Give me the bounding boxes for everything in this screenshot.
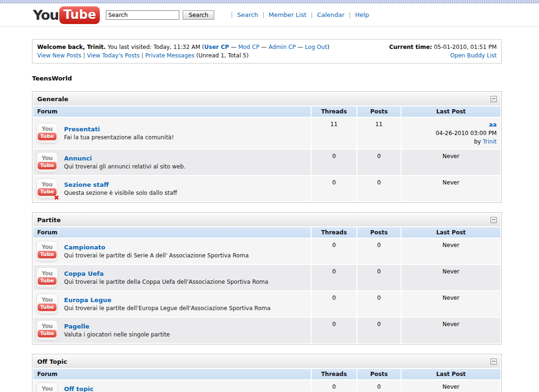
icon-you-text: You: [42, 386, 53, 392]
last-post-thread-link[interactable]: aa: [489, 121, 497, 128]
pipe-separator: |: [141, 52, 143, 59]
forum-description: Qui troverai le partite della Coppa Uefa…: [64, 279, 268, 285]
site-header: You Tube Search | Search | Member List |…: [0, 3, 539, 27]
collapse-toggle-icon[interactable]: −: [491, 359, 497, 365]
welcome-left: Welcome back, Trinit. You last visited: …: [37, 43, 330, 60]
posts-count: 0: [357, 265, 401, 290]
last-post-by-label: by: [474, 138, 483, 145]
column-header-last-post: Last Post: [402, 369, 500, 379]
last-post-never: Never: [405, 179, 497, 186]
dash-separator: —: [296, 44, 305, 50]
threads-count: 0: [312, 291, 356, 317]
last-post-cell: Never: [402, 150, 500, 175]
nav-separator: |: [311, 11, 313, 18]
top-accent-bar: [0, 0, 539, 3]
mod-cp-link[interactable]: Mod CP: [238, 44, 259, 50]
dash-separator: —: [229, 44, 239, 50]
forum-description: Qui troverai gli annunci relativi al sit…: [64, 163, 185, 170]
posts-count: 0: [357, 239, 401, 264]
posts-count: 11: [357, 118, 401, 149]
icon-you-text: You: [42, 155, 53, 161]
log-out-link[interactable]: Log Out: [305, 44, 327, 50]
category-title: Generale: [37, 96, 68, 103]
private-messages-link[interactable]: Private Messages: [145, 52, 194, 59]
forum-description: Qui troverai le partite di Serie A dell'…: [64, 252, 249, 259]
open-buddy-list-link[interactable]: Open Buddy List: [450, 52, 497, 59]
view-todays-posts-link[interactable]: View Today's Posts: [87, 52, 140, 59]
nav-link-search[interactable]: Search: [237, 11, 258, 18]
youtube-forum-icon: You Tube: [36, 294, 58, 314]
search-input[interactable]: [106, 10, 179, 20]
posts-count: 0: [357, 380, 401, 392]
view-new-posts-link[interactable]: View New Posts: [37, 52, 81, 59]
welcome-greeting: Welcome back, Trinit.: [37, 44, 106, 50]
forum-link-presentati[interactable]: Presentati: [64, 126, 100, 133]
column-header-threads: Threads: [312, 227, 356, 238]
forum-row: You Tube Off topic Qui puoi parlare di t…: [33, 380, 500, 392]
column-header-forum: Forum: [33, 369, 311, 379]
forum-description: Questa sezione è visibile solo dallo sta…: [64, 190, 177, 196]
forum-row: You Tube Campionato Qui troverai le part…: [33, 239, 500, 264]
welcome-line2: View New Posts|View Today's Posts|Privat…: [37, 51, 330, 60]
nav-link-member-list[interactable]: Member List: [269, 11, 306, 18]
forum-row: You Tube Presentati Fai la tua presentaz…: [33, 118, 500, 149]
welcome-right: Current time: 05-01-2010, 01:51 PM Open …: [389, 43, 497, 60]
threads-count: 0: [312, 380, 356, 392]
column-header-last-post: Last Post: [402, 227, 500, 238]
forum-link-europa-legue[interactable]: Europa Legue: [64, 296, 112, 304]
current-time-line: Current time: 05-01-2010, 01:51 PM: [389, 43, 497, 51]
last-post-never: Never: [405, 383, 497, 390]
forum-link-campionato[interactable]: Campionato: [64, 244, 105, 251]
threads-count: 11: [312, 118, 356, 149]
icon-you-text: You: [42, 323, 53, 329]
welcome-panel: Welcome back, Trinit. You last visited: …: [32, 39, 502, 64]
forum-row: You Tube Annunci Qui troverai gli annunc…: [33, 150, 500, 175]
forum-link-off-topic[interactable]: Off topic: [64, 385, 94, 392]
icon-you-text: You: [42, 126, 53, 132]
last-visited-text: You last visited: Today, 11:32 AM (: [106, 44, 204, 50]
icon-tube-text: Tube: [38, 162, 56, 169]
youtube-forum-icon: You Tube: [36, 383, 58, 392]
threads-count: 0: [312, 150, 356, 175]
nav-link-help[interactable]: Help: [355, 11, 369, 18]
threads-count: 0: [312, 176, 356, 201]
logo-tube-text: Tube: [59, 6, 100, 24]
icon-tube-text: Tube: [38, 277, 56, 285]
icon-you-text: You: [42, 244, 53, 250]
youtube-forum-icon: You Tube: [36, 267, 58, 288]
icon-tube-text: Tube: [38, 304, 56, 311]
forum-link-sezione-staff[interactable]: Sezione staff: [64, 181, 109, 188]
last-post-cell: Never: [402, 380, 500, 392]
dash-separator: —: [259, 44, 269, 50]
category-header: Generale −: [33, 93, 500, 105]
youtube-logo[interactable]: You Tube: [33, 6, 100, 24]
search-button[interactable]: Search: [183, 10, 214, 20]
forum-link-annunci[interactable]: Annunci: [64, 155, 92, 162]
nav-separator: |: [349, 11, 351, 18]
icon-tube-text: Tube: [38, 330, 56, 337]
category-header: Off Topic −: [33, 355, 500, 368]
category-title: Off Topic: [37, 358, 67, 365]
user-cp-link[interactable]: User CP: [204, 44, 229, 50]
last-post-never: Never: [405, 268, 497, 275]
collapse-toggle-icon[interactable]: −: [491, 96, 497, 102]
admin-cp-link[interactable]: Admin CP: [269, 44, 296, 50]
last-post-user-link[interactable]: Trinit: [483, 138, 497, 145]
current-time-label: Current time:: [389, 44, 432, 50]
last-post-cell: Never: [402, 176, 500, 201]
icon-you-text: You: [42, 182, 53, 188]
forum-description: Valuta i giocatori nelle singole partite: [64, 331, 170, 338]
youtube-forum-icon-locked: You Tube ✖: [36, 178, 58, 199]
icon-tube-text: Tube: [38, 251, 56, 258]
category-header: Partite −: [33, 214, 500, 226]
forum-row: You Tube ✖ Sezione staff Questa sezione …: [33, 176, 500, 201]
forum-link-pagelle[interactable]: Pagelle: [64, 323, 89, 330]
collapse-toggle-icon[interactable]: −: [491, 217, 497, 223]
last-post-cell: Never: [402, 239, 500, 264]
last-post-cell: Never: [402, 318, 500, 343]
youtube-forum-icon: You Tube: [36, 241, 58, 262]
threads-count: 0: [312, 239, 356, 264]
board-title: TeensWorld: [32, 75, 502, 82]
forum-link-coppa-uefa[interactable]: Coppa Uefa: [64, 270, 104, 277]
nav-link-calendar[interactable]: Calendar: [317, 11, 344, 18]
